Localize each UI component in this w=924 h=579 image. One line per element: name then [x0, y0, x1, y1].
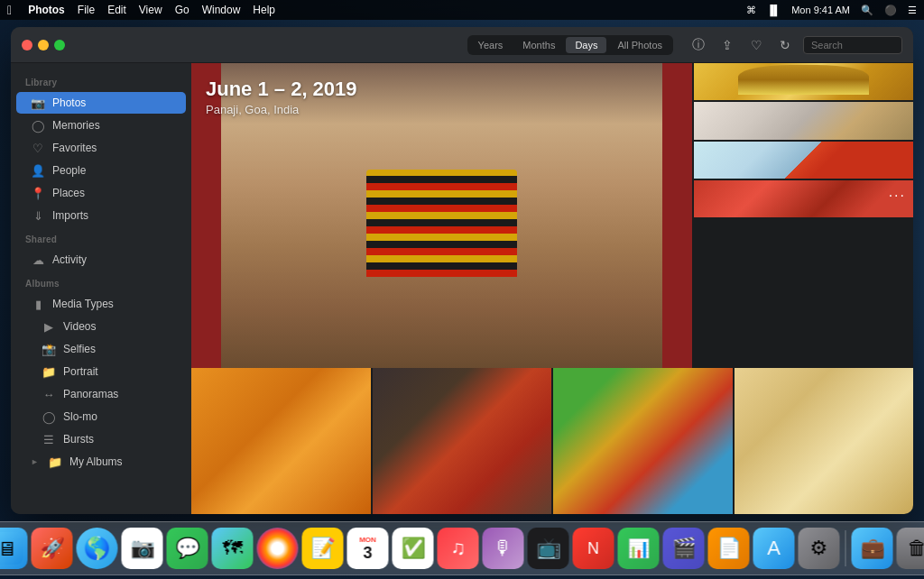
maximize-button[interactable] [54, 40, 65, 51]
dock-pages[interactable]: 📄 [708, 528, 750, 569]
menubar-left:  Photos File Edit View Go Window Help [7, 3, 275, 17]
photo-grid-lower [191, 368, 913, 514]
thumb-orange-woman[interactable] [191, 368, 371, 514]
date-overlay: June 1 – 2, 2019 Panaji, Goa, India [206, 78, 357, 116]
dock-reminders[interactable]: ✅ [393, 528, 434, 569]
window-menu[interactable]: Window [202, 4, 241, 16]
close-button[interactable] [22, 40, 32, 51]
sidebar-people-label: People [52, 164, 86, 177]
thumb-red-dancer[interactable] [373, 368, 552, 514]
bursts-icon: ☰ [42, 432, 56, 446]
traffic-lights [22, 40, 65, 51]
dock-podcasts[interactable]: 🎙 [483, 528, 524, 569]
tab-days[interactable]: Days [566, 37, 606, 53]
sidebar-selfies-label: Selfies [63, 343, 96, 355]
minimize-button[interactable] [38, 40, 49, 51]
photo-date: June 1 – 2, 2019 [206, 78, 357, 101]
hero-photo[interactable]: June 1 – 2, 2019 Panaji, Goa, India [191, 63, 692, 368]
control-center-icon[interactable]: ☰ [908, 5, 917, 16]
sidebar-item-videos[interactable]: ▶ Videos [16, 316, 186, 337]
sidebar-item-favorites[interactable]: ♡ Favorites [16, 137, 186, 159]
albums-section-label: Albums [11, 271, 191, 292]
sidebar-photos-label: Photos [52, 96, 86, 109]
dock-photos2[interactable] [257, 528, 299, 569]
imports-icon: ⇓ [31, 208, 45, 223]
dock-keynote[interactable]: 🎬 [663, 528, 705, 569]
dock-calendar[interactable]: MON 3 [347, 528, 389, 569]
photos-icon: 📷 [31, 96, 45, 110]
rotate-button[interactable]: ↻ [774, 34, 796, 56]
dock-appstore[interactable]: A [753, 528, 795, 569]
battery-icon: ▐▌ [767, 5, 781, 15]
thumb-doorway[interactable] [694, 102, 913, 139]
sidebar-favorites-label: Favorites [52, 142, 97, 154]
toolbar-actions: ⓘ ⇪ ♡ ↻ [688, 34, 902, 56]
sidebar-item-imports[interactable]: ⇓ Imports [16, 205, 186, 226]
file-menu[interactable]: File [78, 4, 95, 16]
dock-news[interactable]: N [573, 528, 614, 569]
dock-finder2[interactable]: 💼 [852, 528, 893, 569]
sidebar-imports-label: Imports [52, 209, 88, 222]
dock-notes[interactable]: 📝 [302, 528, 344, 569]
dock-safari[interactable]: 🌎 [77, 528, 118, 569]
sidebar-item-activity[interactable]: ☁ Activity [16, 249, 186, 271]
places-icon: 📍 [31, 186, 45, 200]
dock-photos-app[interactable]: 📷 [122, 528, 163, 569]
search-input[interactable] [803, 36, 902, 54]
sidebar-item-selfies[interactable]: 📸 Selfies [16, 338, 186, 360]
go-menu[interactable]: Go [175, 4, 189, 16]
view-menu[interactable]: View [139, 4, 162, 16]
sidebar-item-people[interactable]: 👤 People [16, 160, 186, 181]
sidebar-bursts-label: Bursts [63, 433, 94, 446]
dock-finder[interactable]: 🖥 [0, 528, 28, 569]
dock-maps[interactable]: 🗺 [212, 528, 254, 569]
sidebar-portrait-label: Portrait [63, 365, 98, 378]
sidebar-memories-label: Memories [52, 119, 100, 132]
share-button[interactable]: ⇪ [716, 34, 738, 56]
dock-trash[interactable]: 🗑 [897, 528, 925, 569]
thumb-man-yellow[interactable] [694, 63, 913, 100]
info-button[interactable]: ⓘ [688, 34, 709, 56]
app-name-menu[interactable]: Photos [28, 4, 65, 16]
edit-menu[interactable]: Edit [107, 4, 126, 16]
dock-messages[interactable]: 💬 [167, 528, 208, 569]
sidebar-item-slomo[interactable]: ◯ Slo-mo [16, 406, 186, 427]
shared-section-label: Shared [11, 227, 191, 248]
sidebar-places-label: Places [52, 187, 85, 199]
dock-settings[interactable]: ⚙ [799, 528, 840, 569]
selfies-icon: 📸 [42, 342, 56, 356]
photo-grid-upper: June 1 – 2, 2019 Panaji, Goa, India [191, 63, 913, 368]
favorite-button[interactable]: ♡ [745, 34, 767, 56]
more-options-button[interactable]: ··· [889, 188, 906, 204]
clock: Mon 9:41 AM [791, 5, 850, 15]
sidebar-item-panoramas[interactable]: ↔ Panoramas [16, 383, 186, 405]
dock-music[interactable]: ♫ [438, 528, 479, 569]
user-icon[interactable]: ⚫ [884, 5, 897, 16]
sidebar-item-portrait[interactable]: 📁 Portrait [16, 361, 186, 382]
dock-launchpad[interactable]: 🚀 [32, 528, 73, 569]
search-icon[interactable]: 🔍 [861, 5, 873, 16]
svg-text:🖥: 🖥 [0, 538, 17, 560]
tab-all-photos[interactable]: All Photos [608, 37, 671, 53]
sidebar-item-media-types[interactable]: ▮ Media Types [16, 293, 186, 315]
tab-months[interactable]: Months [513, 37, 564, 53]
sidebar-item-photos[interactable]: 📷 Photos [16, 92, 186, 114]
sidebar-slomo-label: Slo-mo [63, 410, 97, 423]
sidebar-item-my-albums[interactable]: ► 📁 My Albums [16, 451, 186, 473]
dock-numbers[interactable]: 📊 [618, 528, 660, 569]
thumb-colorful-fabric[interactable] [553, 368, 733, 514]
activity-icon: ☁ [31, 253, 45, 267]
sidebar-item-bursts[interactable]: ☰ Bursts [16, 428, 186, 450]
dock-tv[interactable]: 📺 [528, 528, 569, 569]
apple-logo-icon[interactable]:  [7, 3, 12, 17]
media-types-icon: ▮ [31, 297, 45, 311]
thumb-dancer-white[interactable] [735, 368, 914, 514]
thumb-red-woman[interactable] [694, 142, 913, 179]
tab-years[interactable]: Years [469, 37, 513, 53]
sidebar: Library 📷 Photos ◯ Memories ♡ Favorites … [11, 63, 191, 514]
sidebar-item-memories[interactable]: ◯ Memories [16, 115, 186, 136]
photo-area: June 1 – 2, 2019 Panaji, Goa, India [191, 63, 913, 514]
sidebar-item-places[interactable]: 📍 Places [16, 182, 186, 204]
thumb-fabric[interactable]: ··· [694, 180, 913, 217]
help-menu[interactable]: Help [253, 4, 275, 16]
